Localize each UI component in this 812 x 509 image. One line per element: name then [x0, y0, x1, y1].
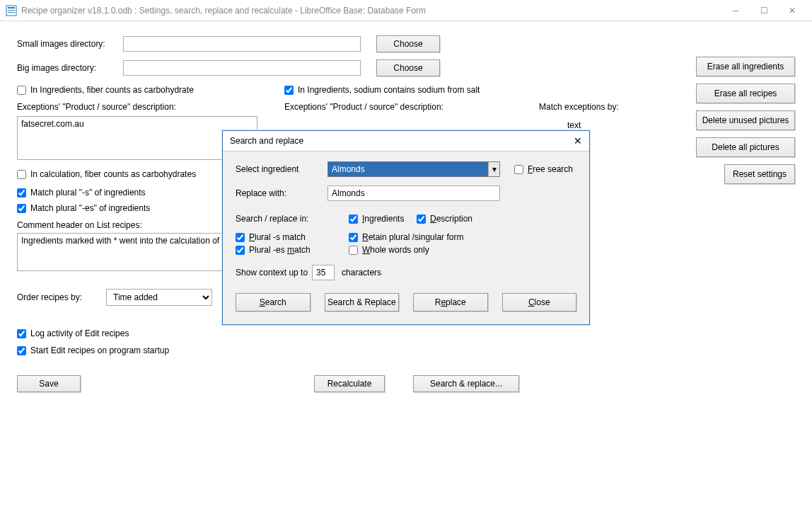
svg-rect-3 — [8, 12, 15, 13]
plural-s-checkbox[interactable]: Match plural "-s" of ingredients — [17, 188, 146, 198]
search-and-replace-button[interactable]: Search & Replace — [325, 293, 400, 311]
delete-unused-pictures-button[interactable]: Delete unused pictures — [696, 110, 795, 130]
plural-es-match-checkbox[interactable]: Plural -es match — [236, 245, 349, 255]
select-ingredient-label: Select ingredient — [236, 164, 327, 174]
erase-ingredients-button[interactable]: Erase all ingredients — [696, 57, 795, 76]
search-replace-open-button[interactable]: Search & replace... — [413, 375, 519, 392]
search-in-label: Search / replace in: — [236, 214, 327, 224]
exc-left-textarea[interactable]: fatsecret.com.au — [17, 116, 257, 160]
small-images-label: Small images directory: — [17, 39, 123, 49]
replace-with-label: Replace with: — [236, 188, 327, 198]
retain-plural-checkbox[interactable]: Retain plural /singular form — [349, 232, 463, 242]
order-by-label: Order recipes by: — [17, 292, 106, 302]
replace-button[interactable]: Replace — [413, 293, 488, 311]
description-checkbox[interactable]: Description — [417, 214, 472, 224]
app-icon — [6, 5, 17, 16]
big-images-input[interactable] — [123, 60, 361, 76]
ingredient-combo-input[interactable] — [327, 161, 500, 177]
context-input[interactable] — [312, 265, 335, 280]
maximize-button[interactable]: ☐ — [750, 0, 778, 21]
fiber-ing-box[interactable] — [17, 86, 26, 95]
svg-rect-1 — [8, 7, 15, 8]
chevron-down-icon[interactable]: ▾ — [488, 162, 499, 176]
fiber-ing-checkbox[interactable]: In Ingredients, fiber counts as carbohyd… — [17, 85, 284, 95]
window-title: Recipe organizer v18.1.0.odb : Settings,… — [21, 6, 426, 16]
exc-left-label: Exceptions' "Product / source" descripti… — [17, 102, 284, 112]
delete-all-pictures-button[interactable]: Delete all pictures — [696, 137, 795, 157]
whole-words-checkbox[interactable]: Whole words only — [349, 245, 429, 255]
choose-small-button[interactable]: Choose — [376, 35, 440, 52]
search-button[interactable]: Search — [236, 293, 311, 311]
match-exc-label: Match exceptions by: — [539, 102, 619, 112]
opt-text1: text — [539, 120, 619, 130]
sodium-ing-box[interactable] — [284, 86, 294, 95]
free-search-checkbox[interactable]: Free search — [514, 164, 573, 174]
context-suffix: characters — [342, 268, 381, 278]
fiber-calc-checkbox[interactable]: In calculation, fiber counts as carbohyd… — [17, 169, 196, 179]
log-activity-checkbox[interactable]: Log activity of Edit recipes — [17, 328, 129, 338]
plural-s-box[interactable] — [17, 188, 26, 198]
exc-right-label: Exceptions' "Product / source" descripti… — [284, 102, 539, 112]
choose-big-button[interactable]: Choose — [376, 59, 440, 76]
close-button-dialog[interactable]: Close — [502, 293, 577, 311]
fiber-calc-box[interactable] — [17, 170, 26, 179]
big-images-label: Big images directory: — [17, 63, 123, 73]
start-edit-checkbox[interactable]: Start Edit recipes on program startup — [17, 345, 169, 355]
plural-es-checkbox[interactable]: Match plural "-es" of ingredients — [17, 203, 150, 213]
svg-rect-2 — [8, 10, 15, 11]
small-images-input[interactable] — [123, 36, 361, 52]
erase-recipes-button[interactable]: Erase all recipes — [696, 84, 795, 103]
minimize-button[interactable]: ─ — [721, 0, 750, 21]
plural-es-box[interactable] — [17, 204, 26, 213]
close-button[interactable]: ✕ — [778, 0, 806, 21]
plural-s-match-checkbox[interactable]: Plural -s match — [236, 232, 349, 242]
ingredient-combo[interactable]: ▾ — [327, 161, 500, 177]
dialog-title: Search and replace — [230, 136, 303, 146]
ingredients-checkbox[interactable]: Ingredients — [349, 214, 417, 224]
order-by-select[interactable]: Time added — [106, 289, 212, 306]
replace-with-input[interactable] — [327, 185, 500, 201]
titlebar: Recipe organizer v18.1.0.odb : Settings,… — [0, 0, 812, 21]
search-replace-dialog: Search and replace ✕ Select ingredient ▾… — [222, 130, 590, 325]
dialog-close-icon[interactable]: ✕ — [574, 135, 582, 147]
recalculate-button[interactable]: Recalculate — [314, 375, 385, 392]
sodium-ing-checkbox[interactable]: In Ingredients, sodium contains sodium f… — [284, 85, 480, 95]
context-label: Show context up to — [236, 268, 308, 278]
reset-settings-button[interactable]: Reset settings — [724, 164, 795, 184]
save-button[interactable]: Save — [17, 375, 81, 392]
